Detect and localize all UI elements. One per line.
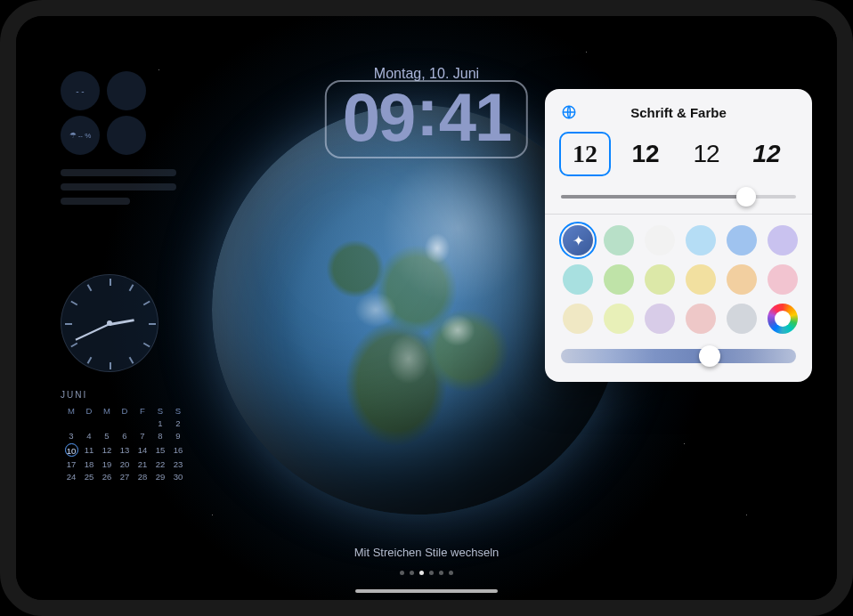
color-swatch-cream[interactable] [563,304,593,334]
font-option-font-display[interactable]: 12 [741,132,792,176]
color-swatch-peach[interactable] [727,264,757,295]
precipitation-widget[interactable]: ☂ -- % [61,116,100,155]
calendar-day: 28 [135,472,150,482]
page-dot[interactable] [400,571,404,575]
calendar-day [135,418,150,428]
calendar-day: 6 [118,431,132,441]
clock-tick [70,301,77,306]
calendar-day: 26 [100,472,114,482]
lock-screen: Montag, 10. Juni 09:41 - - ☂ -- % [16,16,837,600]
time-hours: 09 [343,79,415,155]
font-color-popover: Schrift & Farbe 12121212 ✦ [545,89,812,382]
calendar-day [100,418,114,428]
calendar-day: 1 [153,418,167,428]
clock-tick [65,323,72,325]
page-dot[interactable] [410,571,414,575]
placeholder-line [61,198,130,205]
hue-slider[interactable] [557,344,800,368]
calendar-day: 12 [100,443,114,457]
page-indicator[interactable] [400,571,453,575]
popover-arrow [545,121,546,139]
color-swatch-green[interactable] [604,264,634,295]
font-option-font-serif[interactable]: 12 [559,132,611,176]
star-decoration [586,52,587,53]
placeholder-line [61,183,176,190]
calendar-day: 2 [171,418,185,428]
weekday-label: M [100,406,114,416]
page-dot[interactable] [429,571,434,575]
clock-tick [87,284,93,291]
calendar-day: 17 [64,459,78,469]
calendar-day: 18 [82,459,96,469]
umbrella-icon: ☂ [69,131,77,140]
star-decoration [212,515,213,515]
widget-row-1: - - [61,71,146,110]
calendar-widget[interactable]: Juni MDMDFSS 123456789101112131415161718… [61,390,194,484]
color-swatch-dynamic[interactable]: ✦ [563,225,593,255]
color-grid: ✦ [557,225,800,334]
clock-tick [149,323,156,325]
calendar-day: 9 [171,431,185,441]
color-swatch-mint[interactable] [604,225,634,255]
divider [545,214,812,215]
hue-thumb[interactable] [699,345,720,367]
popover-title: Schrift & Farbe [557,105,800,120]
clock-tick [143,301,150,306]
minute-hand [76,323,110,341]
analog-clock-widget[interactable] [61,274,158,372]
calendar-day: 8 [153,431,167,441]
font-option-font-light[interactable]: 12 [680,132,732,176]
clock-tick [87,357,93,364]
calendar-day [118,418,132,428]
swipe-hint: Mit Streichen Stile wechseln [354,546,500,559]
page-dot[interactable] [449,571,453,575]
clock-center [107,320,112,326]
calendar-day: 3 [64,431,78,441]
calendar-day [64,418,78,428]
empty-widget[interactable] [107,116,146,155]
weight-slider[interactable] [557,185,800,208]
color-swatch-lemon[interactable] [604,304,634,334]
slider-fill [561,195,750,199]
weekday-label: S [171,406,185,416]
hue-track [561,349,796,363]
color-swatch-sky[interactable] [686,225,716,255]
calendar-day: 22 [153,459,167,469]
color-swatch-pink[interactable] [768,264,798,295]
slider-thumb[interactable] [736,187,756,207]
color-swatch-turquoise[interactable] [563,264,593,295]
widget-row-2: ☂ -- % [61,116,146,155]
color-swatch-blue[interactable] [727,225,757,255]
color-swatch-custom-picker[interactable] [768,304,798,334]
weekday-label: F [135,406,150,416]
time-display[interactable]: 09:41 [325,80,528,158]
calendar-day: 24 [64,472,78,482]
color-swatch-lilac[interactable] [768,225,798,255]
popover-header: Schrift & Farbe [557,100,800,125]
page-dot[interactable] [439,571,443,575]
calendar-day: 14 [135,443,150,457]
color-swatch-gray[interactable] [727,304,757,334]
star-decoration [158,69,159,70]
calendar-grid: MDMDFSS 12345678910111213141516171819202… [61,403,189,484]
calendar-day: 30 [171,472,185,482]
calendar-day: 20 [118,459,132,469]
wind-widget[interactable]: - - [61,71,100,110]
home-indicator[interactable] [355,589,498,593]
sunrise-widget[interactable] [107,71,146,110]
page-dot[interactable] [419,571,424,575]
clock-tick [129,357,134,364]
color-swatch-lavender[interactable] [645,304,675,334]
color-swatch-yellow[interactable] [686,264,716,295]
time-minutes: 41 [439,79,511,155]
font-option-font-heavy[interactable]: 12 [620,132,671,176]
text-widget-placeholder[interactable] [61,169,176,212]
device-frame: Montag, 10. Juni 09:41 - - ☂ -- % [0,0,853,616]
color-swatch-rose[interactable] [686,304,716,334]
color-swatch-white[interactable] [645,225,675,255]
star-decoration [746,515,747,515]
widget-value: - - [76,86,84,96]
color-swatch-lime[interactable] [645,264,675,295]
time-separator: : [414,74,438,150]
clock-tick [70,343,77,348]
